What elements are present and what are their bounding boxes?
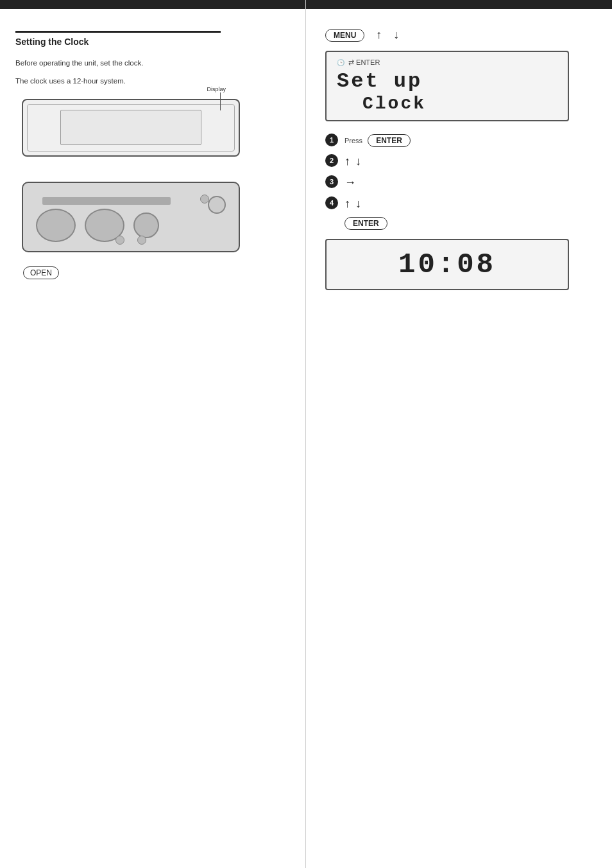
step-3-arrow-right-icon[interactable]: → xyxy=(344,176,356,189)
top-bar-left xyxy=(0,0,305,9)
step-3-number: 3 xyxy=(325,175,338,188)
body-text-2: The clock uses a 12-hour system. xyxy=(15,75,290,87)
knob-1 xyxy=(208,196,226,214)
step-3-content: → xyxy=(344,175,356,189)
result-time: 10:08 xyxy=(398,248,496,281)
display-screen xyxy=(60,110,201,145)
arrow-up-icon[interactable]: ↑ xyxy=(376,28,382,42)
speaker-left xyxy=(36,209,76,242)
step-1-row: 1 Press ENTER xyxy=(325,133,597,147)
enter-arrow: ⇄ ENTER xyxy=(348,58,380,67)
btn-dot-2 xyxy=(137,236,146,245)
result-lcd-display: 10:08 xyxy=(325,239,569,290)
device-display-illustration: Display xyxy=(22,99,240,157)
step-1-text: Press xyxy=(344,137,362,144)
step-4-content: ↑ ↓ xyxy=(344,196,361,211)
menu-button[interactable]: MENU xyxy=(325,29,364,42)
step-2-content: ↑ ↓ xyxy=(344,153,361,168)
lcd-line1: Set up xyxy=(337,69,557,94)
right-column: MENU ↑ ↓ 🕒 ⇄ ENTER Set up Clock 1 xyxy=(306,0,612,868)
section-title-bar xyxy=(15,31,221,33)
step-1-content: Press ENTER xyxy=(344,133,411,147)
display-label: Display xyxy=(207,86,226,92)
cd-slot xyxy=(42,197,171,205)
step-4-enter-button[interactable]: ENTER xyxy=(344,217,387,230)
arrow-down-icon[interactable]: ↓ xyxy=(393,28,399,42)
top-bar-right xyxy=(306,0,612,9)
unit-knobs xyxy=(208,196,226,214)
lcd-display-box: 🕒 ⇄ ENTER Set up Clock xyxy=(325,51,569,121)
left-column: Setting the Clock Before operating the u… xyxy=(0,0,306,868)
step-2-number: 2 xyxy=(325,154,338,167)
device-display-wrapper: Display xyxy=(22,99,290,157)
bottom-buttons xyxy=(115,236,146,245)
step-3-row: 3 → xyxy=(325,175,597,189)
btn-dot-1 xyxy=(115,236,124,245)
step-2-row: 2 ↑ ↓ xyxy=(325,153,597,168)
step-4-row: 4 ↑ ↓ xyxy=(325,196,597,211)
step-4-arrow-up-icon[interactable]: ↑ xyxy=(344,197,350,211)
left-content: Setting the Clock Before operating the u… xyxy=(15,31,290,279)
section-heading: Setting the Clock xyxy=(15,37,290,47)
step-4-arrow-down-icon[interactable]: ↓ xyxy=(355,197,361,211)
lcd-line2: Clock xyxy=(337,94,557,114)
lcd-icon-row: 🕒 ⇄ ENTER xyxy=(337,58,557,67)
open-button[interactable]: OPEN xyxy=(23,266,59,279)
speaker-right xyxy=(133,213,159,238)
step-1-enter-button[interactable]: ENTER xyxy=(368,134,411,147)
menu-row: MENU ↑ ↓ xyxy=(325,28,597,42)
body-text-1: Before operating the unit, set the clock… xyxy=(15,57,290,69)
device-unit-wrapper: Unit xyxy=(22,172,290,252)
clock-icon: 🕒 xyxy=(337,59,344,66)
step-4-number: 4 xyxy=(325,196,338,209)
right-content: MENU ↑ ↓ 🕒 ⇄ ENTER Set up Clock 1 xyxy=(325,28,597,290)
step-2-arrow-up-icon[interactable]: ↑ xyxy=(344,155,350,168)
step-2-arrow-down-icon[interactable]: ↓ xyxy=(355,155,361,168)
step-1-number: 1 xyxy=(325,134,338,146)
device-unit-illustration xyxy=(22,182,240,252)
